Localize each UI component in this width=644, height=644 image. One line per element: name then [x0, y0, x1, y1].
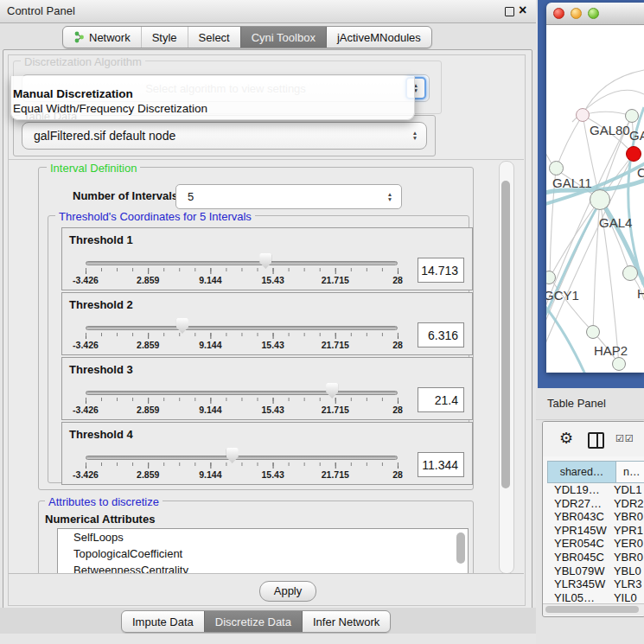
- slider-thumb[interactable]: [176, 318, 188, 334]
- tab-cyni-toolbox[interactable]: Cyni Toolbox: [240, 27, 327, 48]
- table-horizontal-scrollbar[interactable]: [543, 603, 644, 615]
- table-data-combobox[interactable]: galFiltered.sif default node ▲▼: [22, 122, 427, 150]
- tick-label: 15.43: [261, 340, 284, 350]
- list-scrollbar[interactable]: [456, 532, 465, 564]
- list-item[interactable]: SelfLoops: [58, 529, 468, 545]
- control-panel-titlebar: Control Panel ×: [0, 0, 536, 23]
- tick-label: 15.43: [261, 405, 284, 415]
- tick-label: 9.144: [199, 469, 221, 480]
- close-icon[interactable]: ×: [519, 2, 526, 19]
- number-of-intervals-spinner[interactable]: 5 ▲▼: [175, 184, 402, 209]
- tick-label: -3.426: [73, 340, 99, 350]
- tick-label: -3.426: [73, 275, 99, 285]
- network-window-titlebar: [546, 3, 644, 25]
- minimize-traffic-light[interactable]: [571, 8, 582, 19]
- node-gal80[interactable]: [576, 108, 590, 122]
- numerical-attributes-list[interactable]: SelfLoops TopologicalCoefficient Between…: [57, 528, 469, 574]
- table-panel-toolbar: ⚙ ☑☑: [543, 422, 644, 456]
- tab-style[interactable]: Style: [141, 27, 188, 48]
- threshold-1-slider[interactable]: -3.4262.8599.14415.4321.71528: [86, 252, 398, 287]
- popup-item-manual-discretization[interactable]: Manual Discretization: [13, 87, 133, 100]
- node-h[interactable]: [622, 265, 638, 281]
- tick-label: 28: [392, 469, 403, 480]
- zoom-traffic-light[interactable]: [588, 8, 599, 19]
- number-of-intervals-value: 5: [176, 190, 194, 203]
- node-gal4[interactable]: [590, 189, 610, 210]
- settings-scrollbar-thumb[interactable]: [501, 181, 510, 488]
- node-bottom-partial[interactable]: [612, 357, 626, 371]
- tick-label: 9.144: [199, 405, 221, 415]
- tick-label: 28: [392, 340, 403, 350]
- apply-button[interactable]: Apply: [259, 581, 316, 602]
- close-traffic-light[interactable]: [553, 8, 564, 19]
- network-icon: [73, 31, 85, 43]
- popup-item-equal-width-frequency[interactable]: Equal Width/Frequency Discretization: [13, 102, 207, 115]
- threshold-4-value-field[interactable]: 11.344: [418, 452, 464, 477]
- slider-track[interactable]: [86, 456, 398, 460]
- slider-tick-labels: -3.4262.8599.14415.4321.71528: [86, 340, 398, 350]
- list-item[interactable]: TopologicalCoefficient: [58, 545, 468, 562]
- table-row[interactable]: YPR145WYPR1: [547, 524, 644, 538]
- tab-select[interactable]: Select: [188, 27, 240, 48]
- table-row[interactable]: YER054CYER0: [547, 537, 644, 551]
- column-header-shared[interactable]: shared…: [547, 461, 616, 483]
- tab-network[interactable]: Network: [63, 27, 141, 48]
- network-canvas[interactable]: GAL80 GA C GAL11 GAL4 GCY1 H HAP2: [546, 25, 644, 373]
- table-panel-titlebar: Table Panel: [536, 388, 644, 420]
- node-label: GAL4: [599, 215, 632, 230]
- slider-thumb[interactable]: [226, 448, 239, 463]
- table-data-combobox-value: galFiltered.sif default node: [22, 129, 175, 143]
- table-row[interactable]: YBR045CYBR0: [547, 551, 644, 564]
- tick-label: 9.144: [199, 275, 221, 285]
- threshold-3-value-field[interactable]: 21.4: [418, 387, 464, 412]
- table-rows: YDL19…YDL1 YDR27…YDR2 YBR043CYBR0 YPR145…: [547, 483, 644, 604]
- slider-thumb[interactable]: [259, 253, 271, 269]
- threshold-2-value-field[interactable]: 6.316: [418, 322, 464, 348]
- node-red-selected[interactable]: [626, 146, 641, 162]
- slider-tick-labels: -3.4262.8599.14415.4321.71528: [86, 405, 398, 415]
- table-horizontal-scrollbar-thumb[interactable]: [545, 606, 639, 613]
- select-columns-icon[interactable]: ☑☑: [615, 433, 634, 444]
- tick-label: 21.715: [322, 340, 349, 350]
- table-row[interactable]: YIL05…YIL0: [547, 591, 644, 605]
- column-header-name[interactable]: n…: [616, 461, 644, 483]
- slider-tick-labels: -3.4262.8599.14415.4321.71528: [86, 469, 398, 480]
- table-header-row: shared… n…: [547, 461, 644, 483]
- tab-impute-data[interactable]: Impute Data: [122, 611, 204, 632]
- settings-scrollbar[interactable]: [499, 161, 514, 574]
- table-row[interactable]: YDL19…YDL1: [547, 483, 644, 497]
- slider-tick-labels: -3.4262.8599.14415.4321.71528: [86, 275, 398, 285]
- tab-discretize-data[interactable]: Discretize Data: [204, 611, 303, 632]
- table-row[interactable]: YLR345WYLR3: [547, 577, 644, 591]
- table-row[interactable]: YBR043CYBR0: [547, 510, 644, 524]
- gear-icon[interactable]: ⚙: [559, 429, 573, 447]
- split-columns-icon[interactable]: [588, 432, 604, 449]
- slider-track[interactable]: [86, 261, 398, 265]
- threshold-1-label: Threshold 1: [69, 233, 133, 246]
- tab-network-label: Network: [89, 31, 131, 44]
- table-data-combobox-stepper[interactable]: ▲▼: [406, 124, 424, 147]
- tab-infer-network[interactable]: Infer Network: [303, 611, 390, 632]
- attributes-group-label: Attributes to discretize: [45, 495, 163, 508]
- tick-label: 21.715: [322, 405, 349, 415]
- list-item[interactable]: BetweennessCentrality: [58, 562, 468, 574]
- threshold-3-slider[interactable]: -3.4262.8599.14415.4321.71528: [86, 382, 398, 417]
- threshold-2-slider[interactable]: -3.4262.8599.14415.4321.71528: [86, 317, 398, 352]
- tick-label: -3.426: [73, 469, 99, 480]
- slider-track[interactable]: [86, 391, 398, 395]
- tick-label: 15.43: [261, 469, 284, 480]
- slider-track[interactable]: [86, 326, 398, 330]
- table-row[interactable]: YBL079WYBL0: [547, 564, 644, 578]
- threshold-4-slider[interactable]: -3.4262.8599.14415.4321.71528: [86, 447, 398, 481]
- node-unnamed-top-right[interactable]: [625, 109, 639, 123]
- node-hap2[interactable]: [586, 325, 600, 339]
- float-window-icon[interactable]: [505, 7, 514, 16]
- slider-thumb[interactable]: [326, 383, 338, 399]
- node-gal11[interactable]: [549, 161, 564, 175]
- table-row[interactable]: YDR27…YDR2: [547, 497, 644, 511]
- number-of-intervals-stepper[interactable]: ▲▼: [381, 187, 399, 207]
- threshold-1-value-field[interactable]: 14.713: [418, 258, 464, 283]
- tab-jactivemnodules[interactable]: jActiveMNodules: [327, 27, 431, 48]
- control-panel-tabbar: Network Style Select Cyni Toolbox jActiv…: [0, 23, 536, 50]
- threshold-1-panel: Threshold 1 -3.4262.8599.14415.4321.7152…: [61, 227, 473, 290]
